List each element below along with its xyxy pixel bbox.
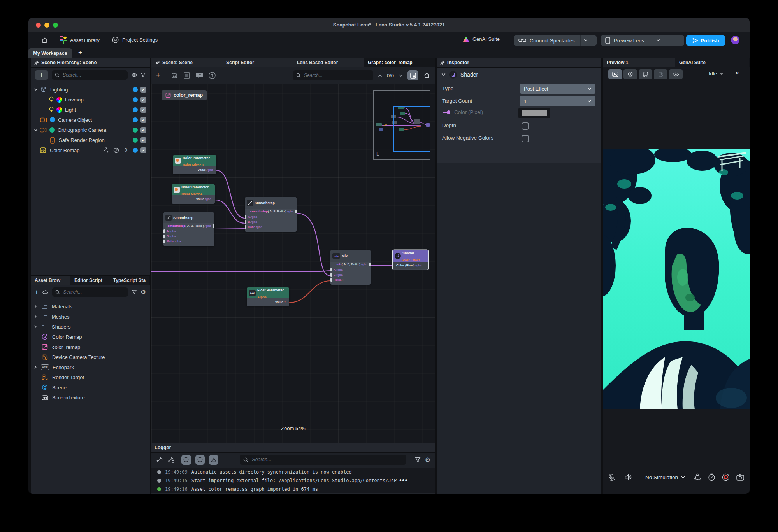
timer-icon[interactable]: [708, 473, 715, 481]
input-port[interactable]: [330, 278, 332, 282]
asset-row-color-remap-graph[interactable]: color_remap: [31, 342, 150, 352]
log-more-indicator[interactable]: •••: [399, 478, 407, 483]
depth-checkbox[interactable]: [522, 122, 529, 130]
add-asset-button[interactable]: +: [35, 288, 39, 296]
input-port[interactable]: [245, 215, 246, 219]
asset-row-render-target[interactable]: Render Target: [31, 372, 150, 382]
graph-minimap[interactable]: L: [373, 90, 430, 160]
enabled-checkbox[interactable]: ✓: [140, 117, 146, 123]
preview-mode-webcam-button[interactable]: [623, 69, 637, 79]
visibility-dot[interactable]: [133, 107, 138, 112]
project-settings-button[interactable]: Project Settings: [112, 36, 158, 44]
node-smoothstep-2[interactable]: Smoothstep smoothstep( A, B, Ratio ).rgb…: [245, 197, 297, 232]
filter-icon[interactable]: [415, 457, 421, 463]
asset-row-color-remap[interactable]: Color Remap: [31, 332, 150, 342]
asset-row-shaders[interactable]: Shaders: [31, 322, 150, 332]
chevron-up-icon[interactable]: [378, 74, 382, 77]
input-port[interactable]: [163, 240, 165, 243]
speaker-icon[interactable]: [625, 474, 632, 480]
snapshot-camera-icon[interactable]: [736, 474, 744, 481]
node-mix[interactable]: mix Mix mix( A, B, Ratio ).rgba A.rgba B…: [330, 250, 371, 285]
simulation-state-dropdown[interactable]: Idle: [709, 71, 724, 77]
tab-my-workspace[interactable]: My Workspace: [28, 48, 72, 58]
tab-genai-suite[interactable]: GenAI Suite: [675, 58, 750, 67]
clear-log-icon[interactable]: [156, 456, 163, 463]
simulation-dropdown[interactable]: No Simulation: [645, 474, 685, 480]
info-filter-button[interactable]: [181, 455, 191, 465]
warning-filter-button[interactable]: [209, 455, 218, 465]
graph-search[interactable]: [293, 70, 373, 80]
logger-search-input[interactable]: [251, 457, 403, 463]
tab-script-editor[interactable]: Script Editor: [222, 58, 293, 67]
target-count-dropdown[interactable]: 1: [520, 96, 595, 106]
add-node-button[interactable]: +: [156, 71, 160, 80]
expand-panel-button[interactable]: »: [735, 69, 739, 77]
hierarchy-row-envmap[interactable]: Envmap ✓: [31, 94, 150, 105]
visibility-dot[interactable]: [133, 117, 138, 122]
preview-lens-button[interactable]: Preview Lens: [601, 35, 684, 46]
node-color-mixer-4[interactable]: Color ParameterColor Mixer 4 Value.rgba: [172, 184, 215, 204]
home-view-icon[interactable]: [423, 72, 430, 79]
asset-row-materials[interactable]: Materials: [31, 301, 150, 312]
asset-row-screen-texture[interactable]: ScreenTexture: [31, 392, 150, 402]
cloud-icon[interactable]: [42, 290, 49, 294]
tab-editor-script[interactable]: Editor Script: [70, 276, 109, 285]
microphone-muted-icon[interactable]: [608, 474, 615, 481]
pin-all-icon[interactable]: [170, 72, 178, 79]
rotate-device-button[interactable]: [639, 69, 652, 79]
logger-search[interactable]: [240, 455, 406, 465]
hierarchy-row-color-remap[interactable]: Color Remap 0 ✓: [31, 145, 150, 155]
upload-icon[interactable]: [208, 72, 216, 79]
tab-lens-based-editor[interactable]: Lens Based Editor: [293, 58, 364, 67]
tab-preview-1[interactable]: Preview 1: [603, 58, 675, 67]
node-shader-output[interactable]: ShaderPost Effect Color (Pixel).rgba: [393, 250, 428, 270]
visibility-dot[interactable]: [133, 148, 138, 153]
user-avatar[interactable]: [731, 36, 739, 44]
add-object-button[interactable]: +: [35, 70, 48, 80]
asset-search[interactable]: [52, 287, 128, 297]
pause-preview-button[interactable]: [654, 69, 667, 79]
hierarchy-row-safe-render-region[interactable]: Safe Render Region ✓: [31, 135, 150, 145]
allow-negative-colors-checkbox[interactable]: [522, 135, 529, 142]
shader-section-header[interactable]: Shader: [441, 71, 478, 79]
asset-row-meshes[interactable]: Meshes: [31, 312, 150, 322]
chevron-down-icon[interactable]: [399, 74, 403, 77]
hierarchy-row-orthographic-camera[interactable]: Orthographic Camera ✓: [31, 125, 150, 135]
gear-icon[interactable]: ⚙: [141, 289, 146, 296]
node-color-mixer-3[interactable]: Color ParameterColor Mixer 3 Value.rgba: [173, 155, 216, 174]
filter-icon[interactable]: [132, 289, 137, 295]
show-overlay-button[interactable]: [669, 69, 683, 79]
gear-icon[interactable]: ⚙: [425, 456, 430, 464]
enabled-checkbox[interactable]: ✓: [140, 147, 146, 153]
minimap-viewport[interactable]: [393, 106, 430, 152]
graph-breadcrumb-badge[interactable]: color_remap: [162, 90, 207, 100]
node-smoothstep-1[interactable]: Smoothstep smoothstep( A, B, Ratio ).rgb…: [163, 212, 214, 246]
asset-row-device-camera-texture[interactable]: Device Camera Texture: [31, 352, 150, 362]
log-row[interactable]: 19:49:16 Asset color_remap.ss_graph impo…: [151, 485, 435, 494]
input-port[interactable]: [330, 273, 332, 276]
enabled-checkbox[interactable]: ✓: [140, 97, 146, 103]
record-icon[interactable]: [722, 473, 730, 481]
input-port[interactable]: [245, 225, 246, 229]
visibility-dot[interactable]: [133, 128, 138, 133]
log-row[interactable]: 19:49:09 Automatic assets directory sync…: [151, 468, 435, 477]
output-port[interactable]: [295, 210, 297, 213]
visibility-dot[interactable]: [133, 97, 138, 102]
publish-button[interactable]: Publish: [686, 35, 725, 46]
hierarchy-search[interactable]: [52, 70, 128, 80]
asset-library-button[interactable]: Asset Library: [60, 36, 100, 44]
visibility-dot[interactable]: [133, 138, 138, 143]
node-float-parameter[interactable]: 1.23 Float ParameterAlpha Value.x: [247, 287, 289, 306]
hierarchy-row-lighting[interactable]: Lighting ✓: [31, 84, 150, 94]
asset-search-input[interactable]: [62, 289, 125, 295]
tab-asset-browser[interactable]: Asset Brow: [31, 276, 70, 285]
tab-graph-color-remap[interactable]: Graph: color_remap: [364, 58, 435, 67]
visibility-dot[interactable]: [133, 87, 138, 92]
tab-scene[interactable]: Scene: Scene: [151, 58, 222, 67]
enabled-checkbox[interactable]: ✓: [140, 127, 146, 133]
add-workspace-button[interactable]: +: [78, 49, 82, 56]
genai-suite-button[interactable]: GenAI Suite: [463, 36, 500, 42]
input-port[interactable]: [163, 234, 165, 238]
enabled-checkbox[interactable]: ✓: [140, 107, 146, 113]
node-graph-canvas[interactable]: color_remap: [151, 84, 435, 443]
